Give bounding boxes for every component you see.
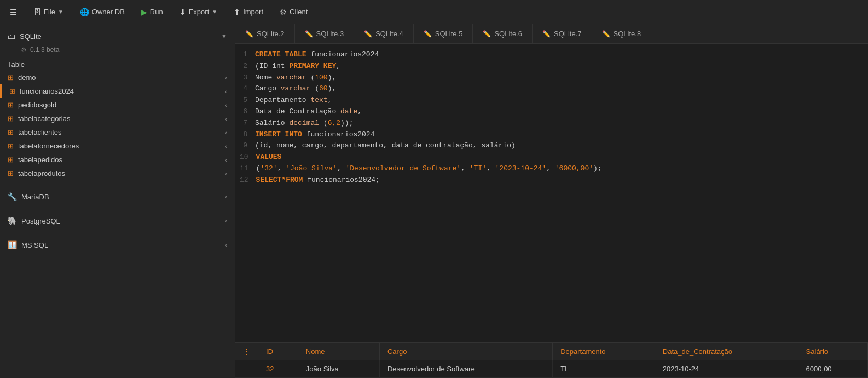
right-content: ✏️ SQLite.2 ✏️ SQLite.3 ✏️ SQLite.4 ✏️ S… (235, 24, 868, 378)
tab-item[interactable]: ✏️ SQLite.6 (473, 24, 533, 43)
table-item-left: ⊞ tabelafornecedores (8, 142, 79, 150)
code-line: 11 ('32', 'João Silva', 'Desenvolvedor d… (235, 163, 868, 175)
tab-item[interactable]: ✏️ SQLite.8 (592, 24, 652, 43)
table-item-label: tabelapedidos (18, 156, 62, 164)
results-col-header: Data_de_Contratação (655, 343, 798, 360)
postgresql-icon: 🐘 (8, 216, 17, 225)
editor-area[interactable]: 1 CREATE TABLE funcionarios2024 2 (ID in… (235, 44, 868, 342)
tab-icon: ✏️ (245, 30, 253, 38)
tab-icon: ✏️ (305, 30, 313, 38)
results-row: 32João SilvaDesenvolvedor de SoftwareTI2… (235, 360, 868, 378)
table-item-chevron-icon: ‹ (225, 143, 227, 150)
mariadb-section-header[interactable]: 🔧 MariaDB ‹ (0, 189, 235, 204)
table-item-label: tabelafornecedores (18, 142, 79, 150)
line-content: Nome varchar (100), (255, 72, 336, 84)
tab-item[interactable]: ✏️ SQLite.2 (235, 24, 295, 43)
run-button[interactable]: ▶ Run (138, 5, 166, 19)
tab-icon: ✏️ (542, 30, 551, 38)
sidebar-table-item[interactable]: ⊞ tabelaclientes ‹ (0, 125, 235, 139)
sidebar-table-item[interactable]: ⊞ tabelaprodutos ‹ (0, 167, 235, 180)
export-chevron-icon: ▼ (212, 9, 217, 15)
line-content: INSERT INTO funcionarios2024 (255, 129, 374, 141)
client-icon: ⚙ (280, 8, 287, 16)
row-marker-col-header: ⋮ (235, 343, 258, 360)
results-cell: 6000,00 (798, 360, 867, 378)
tab-item[interactable]: ✏️ SQLite.3 (295, 24, 355, 43)
results-cell: 32 (258, 360, 298, 378)
row-marker-icon: ⋮ (243, 347, 250, 356)
sqlite-section-header[interactable]: 🗃 SQLite ▼ (0, 28, 235, 44)
table-grid-icon: ⊞ (8, 114, 14, 123)
code-line: 4 Cargo varchar (60), (235, 83, 868, 95)
line-number: 1 (240, 49, 255, 61)
run-icon: ▶ (141, 8, 147, 16)
postgresql-section-header[interactable]: 🐘 PostgreSQL ‹ (0, 213, 235, 228)
code-line: 7 Salário decimal (6,2)); (235, 118, 868, 129)
import-button[interactable]: ⬆ Import (230, 5, 267, 19)
code-line: 5 Departamento text, (235, 95, 868, 106)
file-menu[interactable]: 🗄 File ▼ (30, 5, 67, 19)
owner-db-button[interactable]: 🌐 Owner DB (77, 5, 128, 19)
tab-icon: ✏️ (364, 30, 372, 38)
line-number: 4 (240, 83, 255, 95)
export-icon: ⬇ (180, 8, 186, 16)
line-number: 3 (240, 72, 255, 84)
results-cell: TI (553, 360, 655, 378)
line-content: ('32', 'João Silva', 'Desenvolvedor de S… (256, 163, 602, 175)
table-grid-icon: ⊞ (8, 73, 14, 82)
postgresql-section-title: 🐘 PostgreSQL (8, 216, 60, 225)
sidebar-table-item[interactable]: ⊞ funcionarios2024 ‹ (0, 84, 235, 98)
toolbar: ☰ 🗄 File ▼ 🌐 Owner DB ▶ Run ⬇ Export ▼ ⬆… (0, 0, 868, 24)
table-item-left: ⊞ pedidosgold (8, 101, 56, 109)
sidebar-table-item[interactable]: ⊞ tabelapedidos ‹ (0, 153, 235, 167)
results-col-header: Salário (798, 343, 867, 360)
tab-label: SQLite.5 (435, 30, 463, 38)
tab-label: SQLite.2 (257, 30, 285, 38)
mariadb-section-title: 🔧 MariaDB (8, 192, 49, 201)
sidebar-table-item[interactable]: ⊞ pedidosgold ‹ (0, 98, 235, 112)
line-content: Departamento text, (255, 95, 332, 106)
tab-item[interactable]: ✏️ SQLite.5 (414, 24, 473, 43)
mssql-icon: 🪟 (8, 240, 17, 249)
code-line: 3 Nome varchar (100), (235, 72, 868, 84)
client-button[interactable]: ⚙ Client (276, 5, 311, 19)
table-item-label: pedidosgold (18, 101, 56, 109)
table-grid-icon: ⊞ (8, 101, 14, 109)
menu-button[interactable]: ☰ (7, 5, 20, 19)
tab-label: SQLite.6 (494, 30, 522, 38)
table-item-chevron-icon: ‹ (225, 75, 227, 81)
table-grid-icon: ⊞ (8, 142, 14, 150)
mariadb-icon: 🔧 (8, 192, 17, 201)
menu-icon: ☰ (10, 8, 17, 16)
tab-item[interactable]: ✏️ SQLite.4 (354, 24, 414, 43)
table-item-chevron-icon: ‹ (225, 116, 227, 122)
line-content: VALUES (256, 152, 282, 163)
tab-label: SQLite.4 (375, 30, 403, 38)
code-line: 12 SELECT*FROM funcionarios2024; (235, 175, 868, 186)
line-number: 11 (240, 163, 256, 175)
line-number: 9 (240, 140, 255, 152)
mariadb-section: 🔧 MariaDB ‹ (0, 185, 235, 209)
code-line: 8 INSERT INTO funcionarios2024 (235, 129, 868, 141)
sidebar-table-item[interactable]: ⊞ tabelafornecedores ‹ (0, 139, 235, 153)
export-menu[interactable]: ⬇ Export ▼ (176, 5, 221, 19)
tab-label: SQLite.7 (554, 30, 582, 38)
postgresql-collapse-icon: ‹ (225, 217, 227, 224)
table-grid-icon: ⊞ (8, 128, 14, 136)
code-line: 9 (id, nome, cargo, departamento, data_d… (235, 140, 868, 152)
sidebar-table-item[interactable]: ⊞ tabelacategorias ‹ (0, 112, 235, 125)
tab-icon: ✏️ (483, 30, 491, 38)
sqlite-section: 🗃 SQLite ▼ ⚙ 0.1.3 beta Table ⊞ demo ‹ ⊞… (0, 24, 235, 185)
line-number: 2 (240, 61, 255, 72)
table-grid-icon: ⊞ (8, 169, 14, 177)
tab-icon: ✏️ (602, 30, 610, 38)
globe-icon: 🌐 (80, 8, 89, 16)
results-table: ⋮IDNomeCargoDepartamentoData_de_Contrata… (235, 343, 868, 378)
tab-item[interactable]: ✏️ SQLite.7 (533, 24, 592, 43)
table-item-chevron-icon: ‹ (225, 157, 227, 163)
mssql-section-header[interactable]: 🪟 MS SQL ‹ (0, 237, 235, 253)
results-col-header: Nome (298, 343, 379, 360)
table-item-chevron-icon: ‹ (225, 88, 227, 95)
results-cell: Desenvolvedor de Software (379, 360, 552, 378)
sidebar-table-item[interactable]: ⊞ demo ‹ (0, 71, 235, 84)
